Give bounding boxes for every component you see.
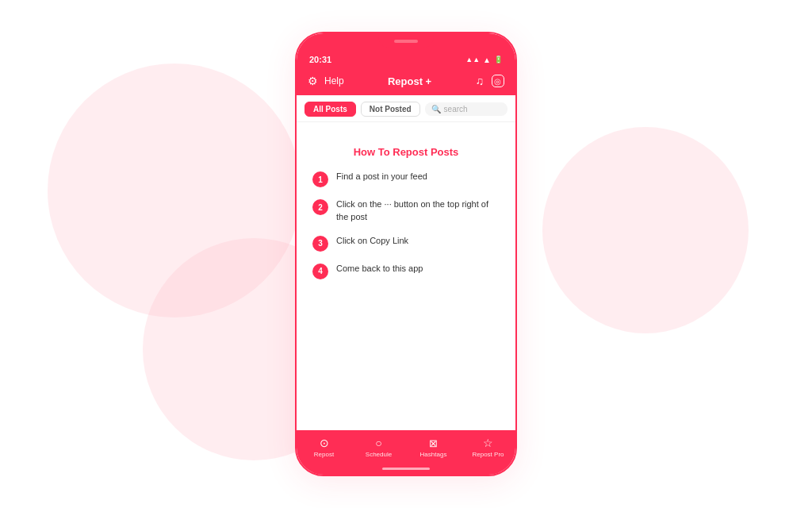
home-bar	[382, 468, 430, 470]
notch	[378, 35, 434, 48]
step-2-number: 2	[312, 199, 328, 215]
search-input[interactable]: search	[444, 105, 468, 114]
step-4: 4 Come back to this app	[312, 263, 500, 279]
background-blob-3	[542, 127, 749, 333]
step-3: 3 Click on Copy Link	[312, 235, 500, 252]
search-box[interactable]: 🔍 search	[425, 102, 508, 116]
step-4-number: 4	[312, 264, 328, 279]
status-time: 20:31	[309, 55, 331, 64]
how-to-title: How To Repost Posts	[354, 146, 459, 158]
main-content: How To Repost Posts 1 Find a post in you…	[297, 122, 515, 430]
home-indicator	[297, 468, 515, 475]
repost-pro-tab[interactable]: ☆ Repost Pro	[461, 437, 515, 458]
step-4-text: Come back to this app	[336, 263, 423, 275]
repost-tab-icon: ⊙	[320, 437, 329, 449]
notch-speaker	[394, 40, 418, 43]
step-3-text: Click on Copy Link	[336, 235, 408, 248]
schedule-tab[interactable]: ○ Schedule	[351, 437, 406, 458]
step-2: 2 Click on the ··· button on the top rig…	[312, 198, 500, 224]
instagram-icon[interactable]: ◎	[492, 75, 504, 87]
hashtags-tab-icon: ⊠	[429, 437, 438, 449]
bottom-nav: ⊙ Repost ○ Schedule ⊠ Hashtags ☆ Repost …	[297, 430, 515, 468]
wifi-icon: ▲	[483, 56, 491, 64]
step-1-text: Find a post in your feed	[336, 171, 427, 183]
hashtags-tab-label: Hashtags	[420, 451, 447, 458]
schedule-tab-icon: ○	[375, 437, 381, 449]
gear-icon[interactable]: ⚙	[308, 75, 318, 87]
help-button[interactable]: Help	[324, 75, 344, 87]
step-2-text: Click on the ··· button on the top right…	[336, 198, 500, 224]
repost-pro-tab-label: Repost Pro	[472, 451, 504, 458]
repost-tab[interactable]: ⊙ Repost	[297, 437, 351, 458]
repost-tab-label: Repost	[314, 451, 334, 458]
tabs-bar: All Posts Not Posted 🔍 search	[297, 95, 515, 122]
step-1: 1 Find a post in your feed	[312, 171, 500, 187]
steps-list: 1 Find a post in your feed 2 Click on th…	[312, 171, 500, 279]
nav-right-icons: ♫ ◎	[475, 75, 504, 87]
search-icon: 🔍	[431, 105, 441, 114]
all-posts-tab[interactable]: All Posts	[304, 102, 356, 117]
status-bar: 20:31 ▲▲ ▲ 🔋	[297, 48, 515, 70]
repost-pro-tab-icon: ☆	[483, 437, 493, 449]
tiktok-icon[interactable]: ♫	[475, 75, 484, 87]
signal-icon: ▲▲	[465, 56, 480, 64]
nav-left: ⚙ Help	[308, 75, 344, 87]
schedule-tab-label: Schedule	[366, 451, 392, 458]
step-1-number: 1	[312, 171, 328, 187]
battery-icon: 🔋	[494, 56, 503, 64]
phone-frame: 20:31 ▲▲ ▲ 🔋 ⚙ Help Repost + ♫ ◎ All Pos…	[295, 32, 517, 476]
notch-area	[297, 33, 515, 48]
not-posted-tab[interactable]: Not Posted	[361, 102, 420, 117]
top-nav: ⚙ Help Repost + ♫ ◎	[297, 70, 515, 95]
status-icons: ▲▲ ▲ 🔋	[465, 56, 503, 64]
step-3-number: 3	[312, 236, 328, 252]
hashtags-tab[interactable]: ⊠ Hashtags	[406, 437, 461, 458]
repost-plus-button[interactable]: Repost +	[388, 75, 431, 87]
